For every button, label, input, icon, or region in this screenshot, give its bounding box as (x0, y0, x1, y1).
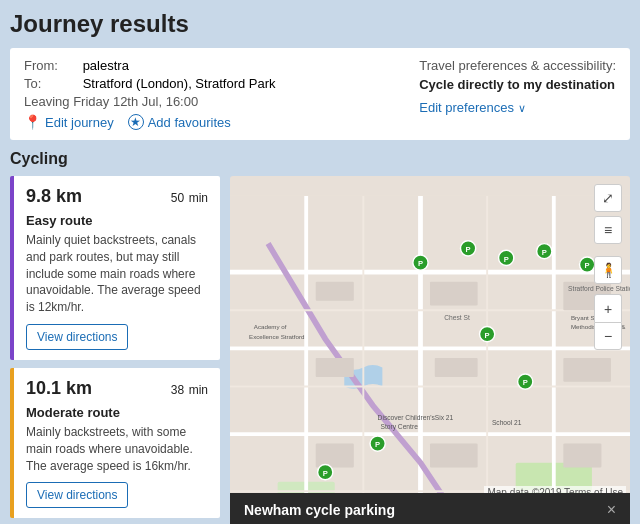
preferences-section: Travel preferences & accessibility: Cycl… (419, 58, 616, 130)
layers-icon: ≡ (604, 222, 612, 238)
view-directions-moderate-button[interactable]: View directions (26, 482, 128, 508)
leaving-value: Friday 12th Jul, 16:00 (73, 94, 198, 109)
svg-text:P: P (323, 469, 328, 478)
to-label: To: (24, 76, 79, 91)
svg-rect-19 (563, 358, 611, 382)
top-info-bar: From: palestra To: Stratford (London), S… (10, 48, 630, 140)
view-directions-easy-button[interactable]: View directions (26, 324, 128, 350)
svg-text:P: P (504, 255, 509, 264)
popup-close-button[interactable]: × (607, 501, 616, 519)
location-icon: 📍 (24, 114, 41, 130)
svg-text:Chest St: Chest St (444, 314, 470, 321)
edit-preferences-link[interactable]: Edit preferences ∨ (419, 100, 525, 115)
svg-text:Six 21: Six 21 (435, 414, 454, 421)
expand-icon: ⤢ (602, 190, 614, 206)
route-card-easy: 9.8 km 50 min Easy route Mainly quiet ba… (10, 176, 220, 360)
svg-text:Story Centre: Story Centre (380, 423, 418, 431)
leaving-label: Leaving (24, 94, 70, 109)
svg-rect-14 (316, 282, 354, 301)
add-favourites-link[interactable]: ★ Add favourites (128, 114, 231, 130)
route-name-easy: Easy route (26, 213, 208, 228)
from-value: palestra (83, 58, 129, 73)
zoom-controls: + − (594, 294, 622, 350)
route-stats-easy: 9.8 km 50 min (26, 186, 208, 207)
zoom-in-button[interactable]: + (594, 294, 622, 322)
expand-map-button[interactable]: ⤢ (594, 184, 622, 212)
chevron-down-icon: ∨ (518, 102, 526, 114)
to-value: Stratford (London), Stratford Park (83, 76, 276, 91)
route-distance-easy: 9.8 km (26, 186, 82, 207)
svg-rect-17 (435, 358, 478, 377)
route-time-easy: 50 min (171, 188, 208, 206)
star-icon: ★ (128, 114, 144, 130)
person-control: 🧍 (594, 256, 622, 284)
layers-button[interactable]: ≡ (594, 216, 622, 244)
cycle-parking-popup: Newham cycle parking × 6 spaces provided… (230, 493, 630, 524)
map-controls: ⤢ ≡ 🧍 + − (594, 184, 622, 350)
route-name-moderate: Moderate route (26, 405, 208, 420)
preferences-value: Cycle directly to my destination (419, 77, 616, 92)
routes-panel: 9.8 km 50 min Easy route Mainly quiet ba… (10, 176, 220, 524)
svg-rect-22 (563, 444, 601, 468)
zoom-out-button[interactable]: − (594, 322, 622, 350)
svg-text:Academy of: Academy of (254, 323, 287, 330)
svg-text:Excellence Stratford: Excellence Stratford (249, 333, 305, 340)
route-time-moderate: 38 min (171, 380, 208, 398)
edit-journey-label: Edit journey (45, 115, 114, 130)
svg-rect-16 (316, 358, 354, 377)
svg-text:P: P (485, 331, 490, 340)
svg-text:P: P (542, 248, 547, 257)
add-favourites-label: Add favourites (148, 115, 231, 130)
map-background: P P P P P P P P (230, 176, 630, 524)
svg-text:P: P (418, 259, 423, 268)
svg-text:P: P (585, 261, 590, 270)
svg-text:P: P (523, 378, 528, 387)
route-desc-moderate: Mainly backstreets, with some main roads… (26, 424, 208, 474)
leaving-row: Leaving Friday 12th Jul, 16:00 (24, 94, 276, 109)
edit-preferences-label: Edit preferences (419, 100, 514, 115)
svg-text:P: P (375, 440, 380, 449)
cycling-content: 9.8 km 50 min Easy route Mainly quiet ba… (10, 176, 630, 524)
svg-rect-21 (430, 444, 478, 468)
cycling-section: Cycling 9.8 km 50 min Easy route Mainly … (10, 150, 630, 524)
svg-text:Discover Children's: Discover Children's (378, 414, 436, 421)
journey-details: From: palestra To: Stratford (London), S… (24, 58, 276, 130)
route-distance-moderate: 10.1 km (26, 378, 92, 399)
map-svg: P P P P P P P P (230, 176, 630, 524)
edit-journey-link[interactable]: 📍 Edit journey (24, 114, 114, 130)
route-stats-moderate: 10.1 km 38 min (26, 378, 208, 399)
popup-title: Newham cycle parking (244, 502, 395, 518)
map-container: P P P P P P P P (230, 176, 630, 524)
svg-text:P: P (466, 245, 471, 254)
route-card-moderate: 10.1 km 38 min Moderate route Mainly bac… (10, 368, 220, 518)
from-label: From: (24, 58, 79, 73)
svg-rect-20 (316, 444, 354, 468)
to-row: To: Stratford (London), Stratford Park (24, 76, 276, 91)
preferences-label: Travel preferences & accessibility: (419, 58, 616, 73)
route-desc-easy: Mainly quiet backstreets, canals and par… (26, 232, 208, 316)
street-view-button[interactable]: 🧍 (594, 256, 622, 284)
cycling-label: Cycling (10, 150, 630, 168)
svg-text:School 21: School 21 (492, 419, 522, 426)
from-row: From: palestra (24, 58, 276, 73)
journey-actions: 📍 Edit journey ★ Add favourites (24, 114, 276, 130)
svg-rect-15 (430, 282, 478, 306)
popup-header: Newham cycle parking × (230, 493, 630, 524)
person-icon: 🧍 (600, 262, 617, 278)
page-title: Journey results (10, 10, 630, 38)
